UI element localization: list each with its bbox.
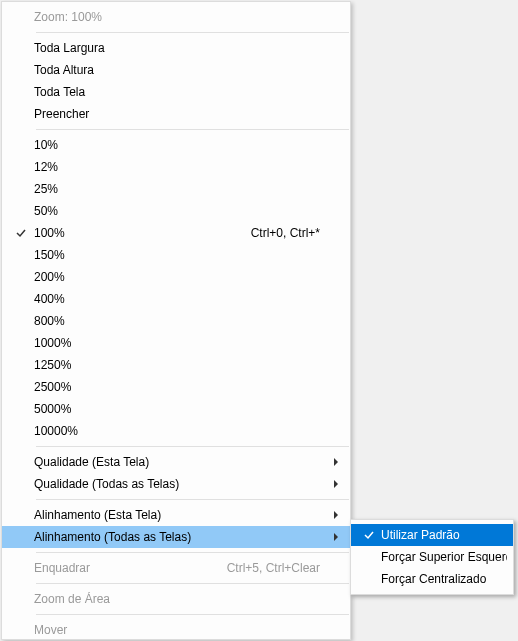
menu-item-zoom-de-area: Zoom de Área — [2, 588, 350, 610]
menu-label: 10000% — [34, 424, 320, 438]
menu-label: Toda Tela — [34, 85, 320, 99]
submenu-arrow-icon — [328, 458, 344, 466]
menu-label: 400% — [34, 292, 320, 306]
submenu-arrow-icon — [328, 533, 344, 541]
menu-item-mover: Mover — [2, 619, 350, 641]
menu-label: Qualidade (Esta Tela) — [34, 455, 320, 469]
menu-item-zoom-level[interactable]: 10000% — [2, 420, 350, 442]
menu-item-enquadrar: Enquadrar Ctrl+5, Ctrl+Clear — [2, 557, 350, 579]
menu-item-zoom-level[interactable]: 100%Ctrl+0, Ctrl+* — [2, 222, 350, 244]
menu-item-preencher[interactable]: Preencher — [2, 103, 350, 125]
submenu-arrow-icon — [328, 511, 344, 519]
menu-item-zoom-level[interactable]: 50% — [2, 200, 350, 222]
submenu-label: Utilizar Padrão — [381, 528, 507, 542]
menu-label: Alinhamento (Todas as Telas) — [34, 530, 320, 544]
submenu-item[interactable]: Forçar Centralizado — [351, 568, 513, 590]
menu-item-zoom-level[interactable]: 12% — [2, 156, 350, 178]
menu-shortcut: Ctrl+0, Ctrl+* — [251, 226, 328, 240]
menu-item-zoom-level[interactable]: 400% — [2, 288, 350, 310]
menu-shortcut: Ctrl+5, Ctrl+Clear — [227, 561, 328, 575]
menu-separator — [36, 129, 349, 130]
menu-item-toda-largura[interactable]: Toda Largura — [2, 37, 350, 59]
menu-item-qualidade-esta-tela[interactable]: Qualidade (Esta Tela) — [2, 451, 350, 473]
menu-separator — [36, 552, 349, 553]
menu-label: Alinhamento (Esta Tela) — [34, 508, 320, 522]
submenu-item[interactable]: Utilizar Padrão — [351, 524, 513, 546]
menu-item-zoom-level[interactable]: 2500% — [2, 376, 350, 398]
menu-label: 1250% — [34, 358, 320, 372]
menu-separator — [36, 583, 349, 584]
menu-separator — [36, 446, 349, 447]
menu-label: Toda Largura — [34, 41, 320, 55]
menu-label: 2500% — [34, 380, 320, 394]
menu-label: 800% — [34, 314, 320, 328]
menu-label: 1000% — [34, 336, 320, 350]
menu-label: 10% — [34, 138, 320, 152]
menu-item-zoom-level[interactable]: 200% — [2, 266, 350, 288]
menu-label: 25% — [34, 182, 320, 196]
menu-label: Preencher — [34, 107, 320, 121]
menu-item-toda-tela[interactable]: Toda Tela — [2, 81, 350, 103]
zoom-context-menu: Zoom: 100% Toda Largura Toda Altura Toda… — [1, 1, 351, 640]
menu-item-zoom-level[interactable]: 1000% — [2, 332, 350, 354]
menu-label: 100% — [34, 226, 251, 240]
menu-separator — [36, 499, 349, 500]
menu-item-zoom-level[interactable]: 10% — [2, 134, 350, 156]
menu-label: 50% — [34, 204, 320, 218]
submenu-label: Forçar Centralizado — [381, 572, 507, 586]
menu-item-zoom-level[interactable]: 800% — [2, 310, 350, 332]
menu-label: Enquadrar — [34, 561, 227, 575]
menu-item-zoom-level[interactable]: 150% — [2, 244, 350, 266]
submenu-arrow-icon — [328, 480, 344, 488]
menu-item-qualidade-todas-as-telas[interactable]: Qualidade (Todas as Telas) — [2, 473, 350, 495]
menu-label: 5000% — [34, 402, 320, 416]
menu-label: Zoom de Área — [34, 592, 320, 606]
submenu-item[interactable]: Forçar Superior Esquerdo — [351, 546, 513, 568]
menu-label: Qualidade (Todas as Telas) — [34, 477, 320, 491]
menu-separator — [36, 32, 349, 33]
checkmark-icon — [357, 529, 381, 541]
menu-header-zoom: Zoom: 100% — [2, 6, 350, 28]
menu-label: 12% — [34, 160, 320, 174]
checkmark-icon — [8, 227, 34, 239]
menu-item-alinhamento-todas-as-telas[interactable]: Alinhamento (Todas as Telas) — [2, 526, 350, 548]
menu-label: 150% — [34, 248, 320, 262]
menu-separator — [36, 614, 349, 615]
menu-item-toda-altura[interactable]: Toda Altura — [2, 59, 350, 81]
menu-label: 200% — [34, 270, 320, 284]
menu-label: Mover — [34, 623, 320, 637]
menu-header-label: Zoom: 100% — [34, 10, 320, 24]
menu-item-alinhamento-esta-tela[interactable]: Alinhamento (Esta Tela) — [2, 504, 350, 526]
menu-item-zoom-level[interactable]: 25% — [2, 178, 350, 200]
menu-item-zoom-level[interactable]: 5000% — [2, 398, 350, 420]
menu-item-zoom-level[interactable]: 1250% — [2, 354, 350, 376]
alignment-submenu: Utilizar PadrãoForçar Superior EsquerdoF… — [350, 519, 514, 595]
menu-label: Toda Altura — [34, 63, 320, 77]
submenu-label: Forçar Superior Esquerdo — [381, 550, 507, 564]
